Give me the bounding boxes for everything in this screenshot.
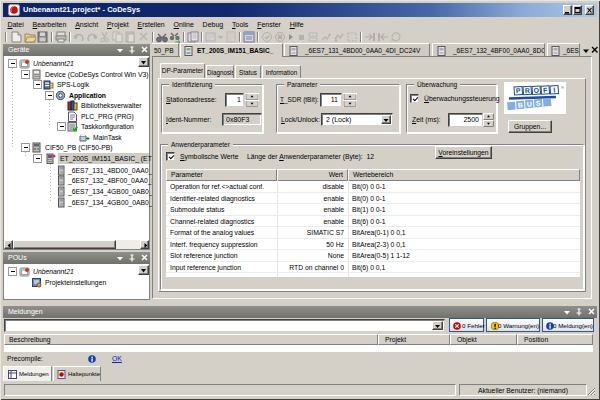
svg-text:S: S — [536, 99, 541, 106]
svg-text:®: ® — [561, 85, 564, 90]
svg-text:B: B — [518, 101, 524, 108]
svg-text:O: O — [533, 87, 539, 94]
svg-text:U: U — [526, 100, 532, 107]
svg-text:P: P — [516, 87, 521, 94]
svg-text:R: R — [525, 87, 531, 94]
